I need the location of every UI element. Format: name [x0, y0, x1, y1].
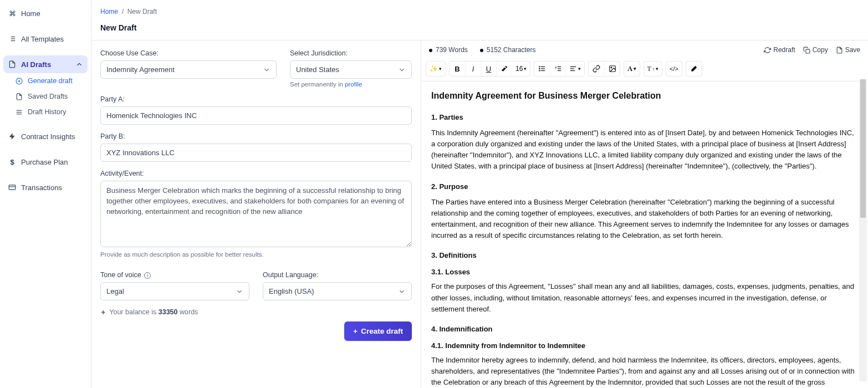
party-a-input[interactable] [100, 106, 412, 125]
document-content[interactable]: Indemnity Agreement for Business Merger … [421, 81, 868, 388]
output-lang-select[interactable]: English (USA) [263, 282, 412, 300]
sidebar-item-label: Saved Drafts [28, 93, 68, 100]
chevron-down-icon [263, 66, 270, 74]
list-icon [8, 34, 17, 43]
bars-icon [14, 108, 23, 116]
svg-rect-14 [806, 49, 810, 53]
activity-hint: Provide as much description as possible … [100, 251, 412, 258]
copy-button[interactable]: Copy [803, 46, 828, 54]
activity-textarea[interactable] [100, 181, 412, 247]
text-style-button[interactable]: T↕▾ [644, 62, 662, 76]
sidebar-item-label: Draft History [28, 108, 66, 116]
align-button[interactable]: ▾ [565, 62, 584, 76]
sidebar-item-contract-insights[interactable]: Contract Insights [3, 127, 88, 145]
link-button[interactable] [589, 62, 604, 76]
jurisdiction-value: United States [296, 65, 339, 74]
sidebar-item-generate-draft[interactable]: Generate draft [10, 73, 88, 89]
file-icon [8, 60, 17, 69]
tone-label: Tone of voice i [100, 271, 249, 279]
bolt-icon [8, 132, 17, 141]
code-button[interactable]: </> [666, 62, 682, 76]
doc-title: Indemnity Agreement for Business Merger … [431, 89, 858, 103]
chevron-down-icon [236, 288, 243, 295]
doc-subheading: 4.1. Indemnity from Indemnitor to Indemn… [431, 340, 858, 351]
doc-paragraph: For the purposes of this Agreement, "Los… [431, 281, 858, 314]
jurisdiction-select[interactable]: United States [290, 60, 412, 79]
use-case-label: Choose Use Case: [100, 49, 277, 57]
highlighter-icon [501, 65, 508, 73]
party-a-label: Party A: [100, 95, 412, 103]
sidebar-item-label: All Templates [21, 35, 64, 43]
sidebar-item-label: Contract Insights [21, 132, 75, 141]
sidebar-item-saved-drafts[interactable]: Saved Drafts [10, 89, 88, 104]
sidebar-item-ai-drafts[interactable]: AI Drafts [3, 55, 88, 73]
word-count: 739 Words [429, 46, 468, 54]
jurisdiction-label: Select Jurisdiction: [290, 49, 412, 57]
breadcrumb-home-link[interactable]: Home [100, 8, 118, 16]
use-case-select[interactable]: Indemnity Agreement [100, 60, 277, 79]
scrollbar[interactable] [859, 79, 867, 381]
sidebar-item-label: Transactions [21, 183, 62, 192]
char-count: 5152 Characters [480, 46, 536, 54]
underline-button[interactable]: U [481, 62, 496, 76]
use-case-value: Indemnity Agreement [106, 65, 175, 74]
chevron-down-icon [398, 288, 406, 295]
bullet-list-button[interactable] [534, 62, 550, 76]
doc-heading: 1. Parties [431, 112, 858, 123]
balance-text: Your balance is 33350 words [100, 308, 412, 316]
highlight-button[interactable] [496, 62, 512, 76]
sparkles-icon: ✨ [430, 65, 438, 73]
svg-point-19 [539, 68, 540, 69]
output-lang-value: English (USA) [269, 287, 314, 295]
card-icon [8, 183, 17, 192]
chevron-down-icon [398, 66, 406, 74]
eraser-button[interactable] [686, 62, 702, 76]
preview-panel: 739 Words 5152 Characters Redraft Copy [421, 40, 868, 388]
redraft-button[interactable]: Redraft [764, 46, 795, 54]
sidebar-item-label: Generate draft [28, 77, 73, 85]
sidebar-item-draft-history[interactable]: Draft History [10, 104, 88, 120]
italic-button[interactable]: I [465, 62, 481, 76]
breadcrumb: Home / New Draft [91, 0, 868, 19]
output-lang-label: Output Language: [263, 271, 412, 279]
sidebar-item-transactions[interactable]: Transactions [3, 178, 88, 196]
sidebar-item-purchase-plan[interactable]: $ Purchase Plan [3, 153, 88, 171]
tone-select[interactable]: Legal [100, 282, 249, 300]
command-icon: ⌘ [8, 9, 17, 18]
sidebar-item-label: Purchase Plan [21, 158, 68, 166]
doc-subheading: 3.1. Losses [431, 267, 858, 278]
file-icon [14, 92, 23, 101]
save-button[interactable]: Save [836, 46, 860, 54]
dollar-icon: $ [8, 157, 17, 166]
sidebar-item-all-templates[interactable]: All Templates [3, 30, 88, 48]
plus-circle-icon [14, 76, 23, 85]
info-icon[interactable]: i [144, 272, 151, 279]
svg-point-28 [611, 67, 612, 68]
doc-heading: 2. Purpose [431, 181, 858, 192]
profile-link[interactable]: profile [345, 81, 362, 88]
sidebar-item-label: AI Drafts [21, 60, 51, 69]
party-b-label: Party B: [100, 132, 412, 140]
svg-point-20 [539, 70, 540, 71]
form-panel: Choose Use Case: Indemnity Agreement Sel… [91, 40, 421, 388]
create-draft-button[interactable]: + Create draft [344, 321, 412, 341]
magic-tool-button[interactable]: ✨▾ [426, 62, 445, 76]
bold-button[interactable]: B [450, 62, 465, 76]
plus-icon: + [353, 327, 358, 335]
jurisdiction-hint: Set permanently in profile [290, 81, 412, 88]
doc-paragraph: The Indemnitor hereby agrees to indemnif… [431, 355, 858, 388]
sidebar-item-label: Home [21, 9, 40, 18]
numbered-list-button[interactable] [550, 62, 565, 76]
image-button[interactable] [604, 62, 620, 76]
breadcrumb-current: New Draft [127, 8, 157, 16]
svg-point-18 [539, 67, 540, 67]
font-size-select[interactable]: 16▾ [512, 62, 530, 76]
sidebar-item-home[interactable]: ⌘ Home [3, 4, 88, 22]
scrollbar-thumb[interactable] [860, 79, 866, 218]
editor-toolbar: ✨▾ B I U 16▾ ▾ [421, 59, 868, 81]
font-family-button[interactable]: A▾ [624, 62, 639, 76]
party-b-input[interactable] [100, 144, 412, 162]
doc-heading: 4. Indemnification [431, 324, 858, 335]
sidebar: ⌘ Home All Templates AI Drafts [0, 0, 91, 388]
tone-value: Legal [106, 287, 124, 295]
